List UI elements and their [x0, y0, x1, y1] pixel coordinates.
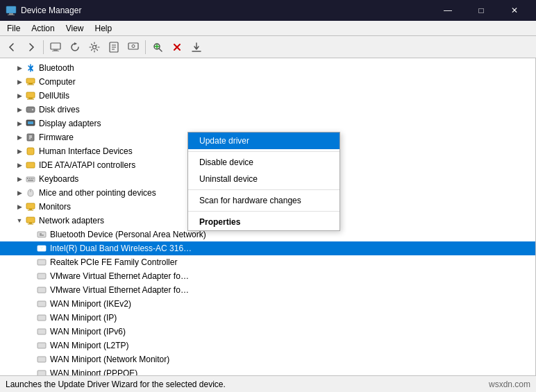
expand-dellutils[interactable]: ▶ [14, 90, 25, 101]
ctx-sep-3 [188, 211, 340, 212]
tree-item-wan-ip[interactable]: WAN Miniport (IP) [0, 311, 535, 325]
maximize-button[interactable]: □ [465, 0, 497, 21]
svg-rect-30 [28, 121, 33, 124]
svg-rect-56 [37, 287, 46, 293]
svg-rect-36 [26, 162, 35, 168]
tree-item-vmware2[interactable]: VMware Virtual Ethernet Adapter fo… [0, 283, 535, 297]
toolbar-remove[interactable] [168, 38, 186, 56]
svg-rect-1 [9, 13, 13, 15]
keyboards-label: Keyboards [39, 174, 78, 184]
wan-nm-icon [36, 354, 47, 365]
tree-item-wan-ikev2[interactable]: WAN Miniport (IKEv2) [0, 297, 535, 311]
wan-pppoe-label: WAN Miniport (PPPOE) [50, 368, 137, 375]
ctx-disable-device[interactable]: Disable device [188, 154, 340, 171]
toolbar-scan-add[interactable] [149, 38, 167, 56]
tree-item-wan-pppoe[interactable]: WAN Miniport (PPPOE) [0, 366, 535, 375]
expand-networkadapters[interactable]: ▼ [14, 215, 25, 226]
expand-displayadapters[interactable]: ▶ [14, 118, 25, 129]
window-title: Device Manager [21, 6, 432, 15]
context-menu: Update driver Disable device Uninstall d… [187, 132, 340, 231]
expand-bluetooth[interactable]: ▶ [14, 62, 25, 74]
ide-label: IDE ATA/ATAPI controllers [39, 160, 135, 170]
computer-label: Computer [39, 77, 76, 87]
diskdrives-icon [25, 104, 36, 115]
displayadapters-icon [25, 118, 36, 129]
svg-rect-49 [28, 224, 33, 225]
ctx-sep-1 [188, 151, 340, 152]
mice-icon [25, 187, 36, 198]
toolbar-forward[interactable] [22, 38, 40, 56]
svg-rect-45 [29, 209, 32, 210]
svg-rect-41 [33, 178, 34, 180]
wan-l2tp-icon [36, 340, 47, 351]
tree-item-diskdrives[interactable]: ▶ Disk drives [0, 103, 535, 117]
keyboards-icon [25, 173, 36, 185]
svg-rect-37 [26, 177, 35, 182]
intel-wifi-label: Intel(R) Dual Band Wireless-AC 316… [50, 244, 192, 253]
mice-label: Mice and other pointing devices [39, 188, 156, 198]
svg-rect-0 [6, 6, 16, 13]
menu-file[interactable]: File [1, 21, 26, 35]
tree-item-vmware1[interactable]: VMware Virtual Ethernet Adapter fo… [0, 269, 535, 283]
toolbar-back[interactable] [3, 38, 21, 56]
svg-rect-24 [26, 92, 35, 98]
svg-rect-57 [37, 301, 46, 307]
tree-item-wan-ipv6[interactable]: WAN Miniport (IPv6) [0, 325, 535, 339]
svg-rect-54 [37, 259, 46, 265]
ctx-scan-changes[interactable]: Scan for hardware changes [188, 192, 340, 209]
wan-ikev2-label: WAN Miniport (IKEv2) [50, 299, 131, 309]
menu-help[interactable]: Help [90, 21, 118, 35]
menu-view[interactable]: View [60, 21, 90, 35]
expand-mice[interactable]: ▶ [14, 187, 25, 198]
tree-item-displayadapters[interactable]: ▶ Display adapters [0, 117, 535, 130]
minimize-button[interactable]: — [432, 0, 464, 21]
menu-action[interactable]: Action [26, 21, 60, 35]
diskdrives-label: Disk drives [39, 105, 80, 114]
bluetooth-label: Bluetooth [39, 63, 74, 73]
wan-ipv6-icon [36, 326, 47, 337]
ctx-update-driver[interactable]: Update driver [188, 133, 340, 149]
svg-rect-27 [26, 107, 35, 112]
toolbar-sep-1 [43, 40, 44, 54]
toolbar-settings[interactable] [85, 38, 103, 56]
ctx-properties[interactable]: Properties [188, 214, 340, 230]
svg-rect-5 [52, 51, 59, 51]
svg-rect-12 [128, 43, 138, 49]
svg-rect-61 [37, 357, 46, 362]
toolbar-properties[interactable] [105, 38, 123, 56]
tree-item-wan-l2tp[interactable]: WAN Miniport (L2TP) [0, 339, 535, 352]
ctx-uninstall-device[interactable]: Uninstall device [188, 171, 340, 187]
svg-rect-44 [26, 203, 35, 209]
wan-l2tp-label: WAN Miniport (L2TP) [50, 341, 129, 350]
bt-pan-label: Bluetooth Device (Personal Area Network) [50, 230, 206, 239]
tree-item-intel-wifi[interactable]: Intel(R) Dual Band Wireless-AC 316… [0, 241, 535, 255]
expand-firmware[interactable]: ▶ [14, 132, 25, 143]
toolbar-download[interactable] [187, 38, 206, 56]
status-text: Launches the Update Driver Wizard for th… [6, 380, 226, 389]
window-controls: — □ ✕ [432, 0, 530, 21]
toolbar-monitor[interactable] [124, 38, 142, 56]
toolbar [0, 36, 536, 58]
toolbar-refresh[interactable] [66, 38, 84, 56]
tree-item-realtek[interactable]: Realtek PCIe FE Family Controller [0, 255, 535, 269]
svg-rect-50 [37, 232, 46, 237]
expand-ide[interactable]: ▶ [14, 160, 25, 171]
toolbar-sep-2 [145, 40, 146, 54]
tree-item-dellutils[interactable]: ▶ DellUtils [0, 89, 535, 103]
tree-item-bluetooth[interactable]: ▶ Bluetooth [0, 61, 535, 75]
svg-rect-39 [29, 178, 31, 180]
close-button[interactable]: ✕ [499, 0, 530, 21]
expand-hid[interactable]: ▶ [14, 146, 25, 157]
svg-rect-59 [37, 329, 46, 334]
app-icon [6, 5, 17, 16]
vmware2-label: VMware Virtual Ethernet Adapter fo… [50, 285, 189, 295]
svg-point-28 [32, 109, 33, 110]
tree-item-wan-nm[interactable]: WAN Miniport (Network Monitor) [0, 352, 535, 366]
expand-keyboards[interactable]: ▶ [14, 173, 25, 185]
expand-monitors[interactable]: ▶ [14, 201, 25, 212]
toolbar-computer[interactable] [47, 38, 65, 56]
svg-marker-6 [74, 42, 77, 45]
expand-computer[interactable]: ▶ [14, 76, 25, 87]
tree-item-computer[interactable]: ▶ Computer [0, 75, 535, 89]
expand-diskdrives[interactable]: ▶ [14, 104, 25, 115]
